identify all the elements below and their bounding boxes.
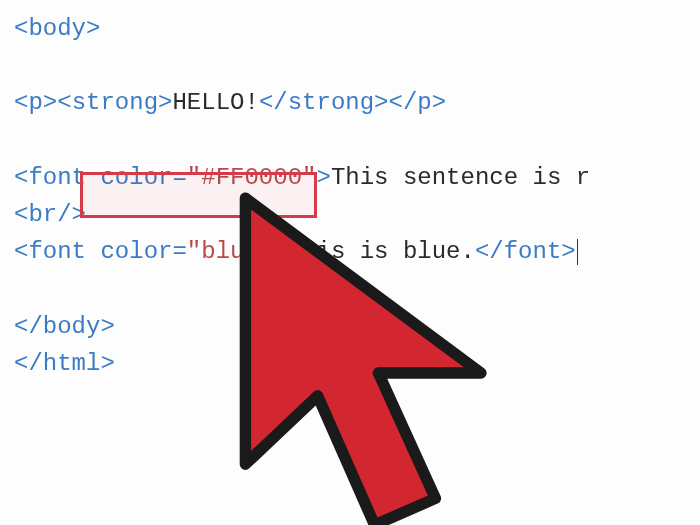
code-line-7: <font color="blue">This is blue.</font> <box>14 233 686 270</box>
text-blue: This is blue. <box>288 238 475 265</box>
code-line-6: <br/> <box>14 196 686 233</box>
code-line-3: <p><strong>HELLO!</strong></p> <box>14 84 686 121</box>
attr-value-blue: "blue" <box>187 238 273 265</box>
tag-p: p <box>28 89 42 116</box>
bracket: > <box>43 89 57 116</box>
bracket: > <box>158 89 172 116</box>
tag-br: br <box>28 201 57 228</box>
bracket: > <box>316 164 330 191</box>
equals2: = <box>172 238 186 265</box>
space <box>86 238 100 265</box>
bracket: </ <box>389 89 418 116</box>
tag-font2: font <box>28 238 86 265</box>
code-blank-1 <box>14 47 686 84</box>
bracket: > <box>100 350 114 377</box>
bracket: < <box>57 89 71 116</box>
tag-body-open: body <box>28 15 86 42</box>
bracket: > <box>273 238 287 265</box>
attr-color: color <box>100 164 172 191</box>
attr-value-red: "#FF0000" <box>187 164 317 191</box>
bracket: > <box>100 313 114 340</box>
bracket: </ <box>475 238 504 265</box>
tag-html-close: html <box>43 350 101 377</box>
tag-font: font <box>28 164 86 191</box>
bracket: > <box>432 89 446 116</box>
bracket: /> <box>57 201 86 228</box>
bracket: </ <box>259 89 288 116</box>
bracket: < <box>14 89 28 116</box>
code-line-10: </html> <box>14 345 686 382</box>
space <box>86 164 100 191</box>
text-sentence: This sentence is r <box>331 164 590 191</box>
equals: = <box>172 164 186 191</box>
tag-p-close: p <box>417 89 431 116</box>
bracket: > <box>86 15 100 42</box>
code-line-5: <font color="#FF0000">This sentence is r <box>14 159 686 196</box>
bracket: </ <box>14 350 43 377</box>
code-line-9: </body> <box>14 308 686 345</box>
bracket: > <box>561 238 575 265</box>
tag-strong: strong <box>72 89 158 116</box>
text-caret <box>577 239 578 265</box>
code-line-1: <body> <box>14 10 686 47</box>
bracket: < <box>14 201 28 228</box>
text-hello: HELLO! <box>172 89 258 116</box>
attr-color2: color <box>100 238 172 265</box>
bracket: > <box>374 89 388 116</box>
bracket: < <box>14 15 28 42</box>
code-blank-3 <box>14 270 686 307</box>
bracket: </ <box>14 313 43 340</box>
bracket: < <box>14 238 28 265</box>
tag-strong-close: strong <box>288 89 374 116</box>
tag-body-close: body <box>43 313 101 340</box>
tag-font2-close: font <box>504 238 562 265</box>
bracket: < <box>14 164 28 191</box>
code-blank-2 <box>14 122 686 159</box>
